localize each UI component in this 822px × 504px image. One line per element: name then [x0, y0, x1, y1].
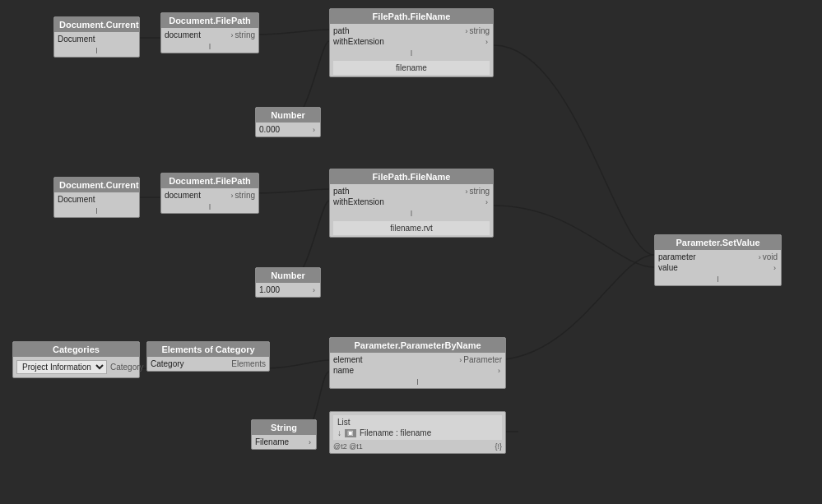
list-icon: ▣	[345, 429, 356, 437]
port-arrow: ›	[466, 187, 468, 196]
node-title: FilePath.FileName	[330, 9, 493, 24]
port-arrow: ›	[485, 198, 488, 206]
port-type: Elements	[231, 359, 266, 368]
node-title: Categories	[13, 342, 139, 357]
node-title: Document.Current	[54, 17, 139, 32]
port-label: document	[165, 30, 230, 39]
node-document-current-2[interactable]: Document.Current Document l	[53, 177, 140, 218]
port-label: path	[333, 187, 464, 196]
port-arrow: ›	[466, 27, 468, 35]
port-label: withExtension	[333, 37, 484, 46]
node-categories[interactable]: Categories Project Information Category	[12, 341, 140, 378]
node-parameter-parameterbyname[interactable]: Parameter.ParameterByName element › Para…	[329, 337, 506, 389]
port-type: string	[470, 26, 490, 35]
node-footer: l	[54, 206, 139, 217]
list-footer: @t2 @t1 {!}	[330, 442, 505, 451]
port-arrow: ›	[309, 438, 311, 446]
port-arrow: ›	[459, 356, 462, 364]
node-number-2[interactable]: Number 1.000 ›	[255, 267, 321, 298]
port-label: name	[333, 366, 496, 375]
node-footer: l	[161, 42, 258, 53]
port-label: withExtension	[333, 197, 484, 206]
number-value: 1.000	[259, 285, 311, 294]
port-label: Category	[151, 359, 191, 368]
node-document-current-1[interactable]: Document.Current Document l	[53, 16, 140, 58]
number-value: 0.000	[259, 125, 311, 134]
port-arrow: ›	[485, 38, 488, 46]
port-type: string	[470, 187, 490, 196]
node-footer: l	[655, 275, 781, 285]
node-title: Elements of Category	[147, 342, 269, 357]
list-arrow: ↓	[337, 428, 341, 437]
node-footer: l	[330, 209, 493, 220]
node-title: FilePath.FileName	[330, 169, 493, 184]
node-footer: l	[330, 49, 493, 59]
port-arrow: ›	[231, 192, 234, 200]
port-label: document	[165, 191, 230, 200]
node-document-filepath-2[interactable]: Document.FilePath document › string l	[160, 173, 259, 214]
node-footer: l	[330, 377, 505, 388]
list-box: List ↓ ▣ Filename : filename	[333, 415, 502, 440]
port-type: string	[235, 191, 255, 200]
footer-left: @t2 @t1	[333, 442, 363, 451]
categories-dropdown[interactable]: Project Information	[16, 360, 107, 374]
node-document-filepath-1[interactable]: Document.FilePath document › string l	[160, 12, 259, 53]
node-title: Document.FilePath	[161, 173, 258, 188]
node-canvas: Document.Current Document l Document.Fil…	[0, 0, 822, 504]
node-title: Document.FilePath	[161, 13, 258, 28]
port-type: void	[763, 252, 778, 261]
output-label: filename	[333, 61, 490, 75]
port-arrow: ›	[759, 253, 761, 261]
node-parameter-setvalue[interactable]: Parameter.SetValue parameter › void valu…	[654, 234, 782, 286]
port-label: element	[333, 355, 457, 364]
port-arrow: ›	[313, 286, 315, 294]
port-arrow: ›	[773, 264, 776, 272]
list-header: List	[337, 418, 498, 427]
output-port-label: Category	[110, 363, 144, 372]
port-label: value	[658, 263, 772, 272]
node-number-1[interactable]: Number 0.000 ›	[255, 107, 321, 137]
node-footer: l	[54, 46, 139, 57]
port-arrow: ›	[313, 126, 315, 134]
port-type: string	[235, 30, 255, 39]
node-title: Document.Current	[54, 178, 139, 192]
node-list-output[interactable]: List ↓ ▣ Filename : filename @t2 @t1 {!}	[329, 411, 506, 454]
node-title: Parameter.SetValue	[655, 235, 781, 250]
port-label: Document	[58, 35, 136, 44]
node-all-elements-of-category[interactable]: Elements of Category Category Elements	[146, 341, 270, 372]
node-filepath-filename-1[interactable]: FilePath.FileName path › string withExte…	[329, 8, 494, 77]
node-filepath-filename-2[interactable]: FilePath.FileName path › string withExte…	[329, 169, 494, 238]
node-title: Parameter.ParameterByName	[330, 338, 505, 353]
port-label: Document	[58, 195, 136, 204]
footer-right: {!}	[495, 442, 502, 451]
port-arrow: ›	[231, 31, 234, 39]
port-label: path	[333, 26, 464, 35]
port-label: parameter	[658, 252, 757, 261]
list-item: ↓ ▣ Filename : filename	[337, 428, 498, 437]
node-title: Number	[256, 108, 320, 123]
list-item-label: Filename : filename	[360, 428, 431, 437]
port-arrow: ›	[498, 367, 500, 375]
node-string[interactable]: String Filename ›	[251, 419, 317, 450]
node-title: String	[252, 420, 316, 435]
node-title: Number	[256, 268, 320, 283]
string-value: Filename	[255, 437, 307, 446]
node-footer: l	[161, 202, 258, 213]
output-label: filename.rvt	[333, 221, 490, 235]
port-type: Parameter	[463, 355, 502, 364]
